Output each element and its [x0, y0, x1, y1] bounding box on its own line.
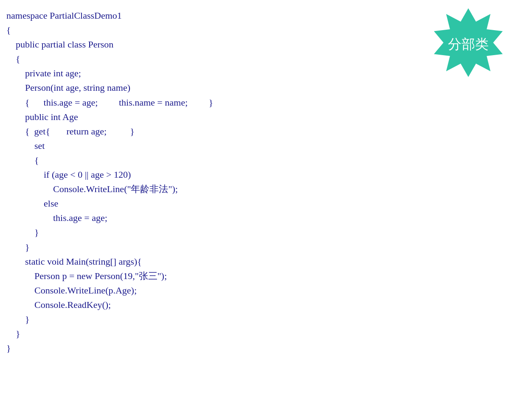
badge-container: 分部类 — [430, 6, 507, 83]
starburst-badge: 分部类 — [430, 6, 507, 83]
code-block: namespace PartialClassDemo1 { public par… — [6, 8, 213, 355]
badge-label: 分部类 — [448, 35, 489, 54]
